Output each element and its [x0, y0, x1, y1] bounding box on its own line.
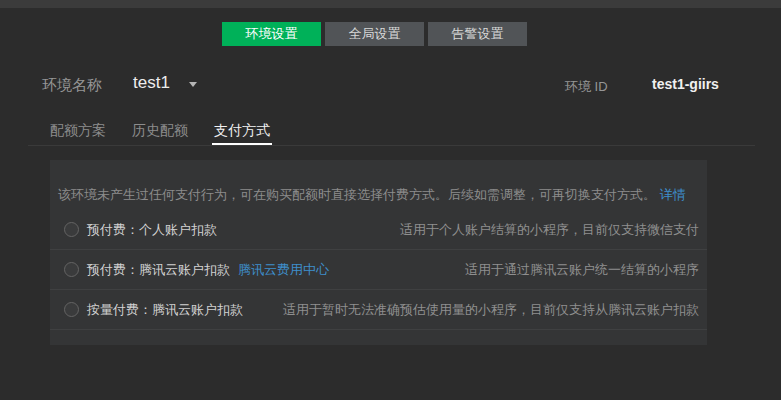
- subtab-quota-plan[interactable]: 配额方案: [48, 122, 108, 145]
- env-name-dropdown[interactable]: test1: [133, 73, 170, 93]
- option-label[interactable]: 预付费：个人账户扣款: [87, 221, 217, 239]
- payment-option-payasyougo-tencent: 按量付费：腾讯云账户扣款 适用于暂时无法准确预估使用量的小程序，目前仅支持从腾讯…: [50, 290, 707, 330]
- radio-button[interactable]: [64, 302, 79, 317]
- tab-environment-settings[interactable]: 环境设置: [222, 22, 321, 46]
- option-label[interactable]: 预付费：腾讯云账户扣款: [87, 261, 230, 279]
- payment-method-panel: 该环境未产生过任何支付行为，可在购买配额时直接选择付费方式。后续如需调整，可再切…: [50, 160, 707, 345]
- payment-subtabs: 配额方案 历史配额 支付方式: [28, 122, 755, 146]
- tab-alarm-settings[interactable]: 告警设置: [428, 22, 527, 46]
- option-label[interactable]: 按量付费：腾讯云账户扣款: [87, 301, 243, 319]
- payment-notice-text: 该环境未产生过任何支付行为，可在购买配额时直接选择付费方式。后续如需调整，可再切…: [58, 187, 656, 202]
- chevron-down-icon[interactable]: [189, 82, 197, 87]
- environment-header: 环境名称 test1 环境 ID test1-giirs: [0, 72, 781, 98]
- radio-button[interactable]: [64, 222, 79, 237]
- option-description: 适用于暂时无法准确预估使用量的小程序，目前仅支持从腾讯云账户扣款: [283, 301, 699, 319]
- env-id-label: 环境 ID: [565, 78, 608, 96]
- env-name-label: 环境名称: [42, 76, 102, 95]
- payment-notice: 该环境未产生过任何支付行为，可在购买配额时直接选择付费方式。后续如需调整，可再切…: [50, 160, 707, 210]
- tencent-billing-center-link[interactable]: 腾讯云费用中心: [238, 261, 329, 279]
- subtab-payment-method[interactable]: 支付方式: [212, 122, 272, 145]
- notice-details-link[interactable]: 详情: [660, 187, 686, 202]
- payment-option-prepaid-tencent: 预付费：腾讯云账户扣款 腾讯云费用中心 适用于通过腾讯云账户统一结算的小程序: [50, 250, 707, 290]
- top-window-bar: [0, 0, 781, 8]
- payment-option-prepaid-personal: 预付费：个人账户扣款 适用于个人账户结算的小程序，目前仅支持微信支付: [50, 210, 707, 250]
- radio-button[interactable]: [64, 262, 79, 277]
- settings-tabbar: 环境设置 全局设置 告警设置: [222, 22, 527, 46]
- subtab-quota-history[interactable]: 历史配额: [130, 122, 190, 145]
- tab-global-settings[interactable]: 全局设置: [325, 22, 424, 46]
- env-id-value: test1-giirs: [652, 76, 719, 92]
- option-description: 适用于个人账户结算的小程序，目前仅支持微信支付: [400, 221, 699, 239]
- option-description: 适用于通过腾讯云账户统一结算的小程序: [465, 261, 699, 279]
